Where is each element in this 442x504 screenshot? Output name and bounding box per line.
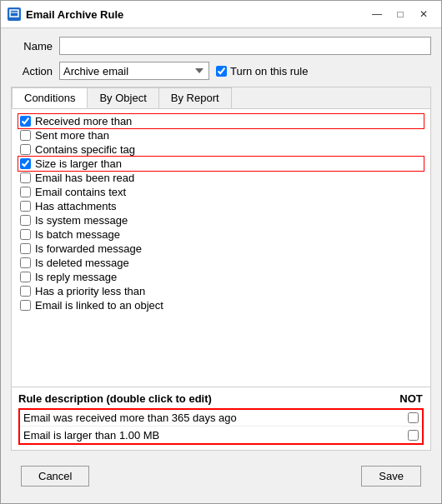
name-input[interactable] [59,37,431,55]
condition-label-email-contains-text: Email contains text [35,186,126,198]
conditions-section: Received more thanSent more thanContains… [12,109,430,387]
rule-row-not-checkbox-0[interactable] [408,412,419,423]
svg-rect-0 [10,10,18,17]
rule-description-area: Rule description (double click to edit) … [12,387,430,450]
tabs-header: Conditions By Object By Report [12,87,430,109]
condition-item-email-linked-to-object: Email is linked to an object [18,298,424,312]
condition-item-received-more-than: Received more than [18,114,424,128]
name-label: Name [11,40,53,52]
condition-item-is-deleted-message: Is deleted message [18,256,424,270]
rule-desc-title: Rule description (double click to edit) [18,392,212,405]
tabs-area: Conditions By Object By Report Received … [11,87,431,451]
condition-item-email-contains-text: Email contains text [18,185,424,199]
condition-checkbox-size-larger-than[interactable] [20,158,31,169]
condition-label-sent-more-than: Sent more than [35,129,109,142]
condition-label-contains-specific-tag: Contains specific tag [35,143,135,156]
condition-checkbox-email-contains-text[interactable] [20,187,31,197]
tab-conditions[interactable]: Conditions [12,87,88,108]
condition-label-is-batch-message: Is batch message [35,228,120,241]
condition-checkbox-has-priority-less-than[interactable] [20,286,31,297]
not-label: NOT [399,392,424,405]
condition-checkbox-contains-specific-tag[interactable] [20,144,31,155]
content-area: Name Action Archive email Turn on this r… [1,28,441,503]
condition-label-received-more-than: Received more than [35,115,132,127]
rule-on-checkbox[interactable] [216,66,227,77]
rule-row-1: Email is larger than 1.00 MB [20,427,422,443]
maximize-button[interactable]: □ [389,6,411,22]
condition-checkbox-email-been-read[interactable] [20,172,31,183]
condition-checkbox-is-forwarded-message[interactable] [20,243,31,254]
cancel-button[interactable]: Cancel [21,466,89,487]
action-row: Action Archive email Turn on this rule [11,62,431,80]
window-icon [8,7,21,21]
condition-checkbox-is-system-message[interactable] [20,215,31,226]
condition-item-has-attachments: Has attachments [18,199,424,213]
condition-checkbox-has-attachments[interactable] [20,201,31,212]
condition-checkbox-received-more-than[interactable] [20,116,31,127]
condition-checkbox-is-batch-message[interactable] [20,229,31,240]
conditions-list: Received more thanSent more thanContains… [18,114,424,312]
rule-row-0: Email was received more than 365 days ag… [20,410,422,427]
condition-checkbox-sent-more-than[interactable] [20,130,31,141]
tab-by-report[interactable]: By Report [158,87,232,108]
condition-checkbox-is-deleted-message[interactable] [20,257,31,268]
rule-on-container: Turn on this rule [216,65,308,77]
window-title: Email Archive Rule [26,8,361,21]
condition-item-is-reply-message: Is reply message [18,270,424,284]
window: Email Archive Rule — □ ✕ Name Action Arc… [0,0,442,504]
action-select[interactable]: Archive email [59,62,209,80]
condition-checkbox-email-linked-to-object[interactable] [20,300,31,311]
rule-rows: Email was received more than 365 days ag… [18,408,424,445]
condition-item-has-priority-less-than: Has a priority less than [18,284,424,298]
condition-item-size-larger-than: Size is larger than [18,157,424,171]
tab-by-object[interactable]: By Object [87,87,158,108]
name-row: Name [11,37,431,55]
condition-label-email-been-read: Email has been read [35,172,134,184]
rule-row-text-0: Email was received more than 365 days ag… [23,412,237,424]
condition-label-is-system-message: Is system message [35,214,128,227]
condition-label-is-forwarded-message: Is forwarded message [35,242,142,255]
condition-label-has-attachments: Has attachments [35,200,117,212]
rule-desc-header: Rule description (double click to edit) … [18,392,424,405]
bottom-buttons: Cancel Save [11,457,431,495]
rule-row-text-1: Email is larger than 1.00 MB [23,429,159,442]
condition-checkbox-is-reply-message[interactable] [20,272,31,282]
condition-label-email-linked-to-object: Email is linked to an object [35,299,163,312]
condition-label-is-reply-message: Is reply message [35,271,117,283]
condition-item-email-been-read: Email has been read [18,171,424,185]
condition-item-contains-specific-tag: Contains specific tag [18,142,424,157]
window-controls: — □ ✕ [366,6,434,22]
rule-row-not-checkbox-1[interactable] [408,430,419,441]
condition-label-is-deleted-message: Is deleted message [35,257,129,269]
action-label: Action [11,65,53,77]
condition-label-has-priority-less-than: Has a priority less than [35,285,145,297]
condition-item-is-forwarded-message: Is forwarded message [18,242,424,256]
title-bar: Email Archive Rule — □ ✕ [1,1,441,28]
minimize-button[interactable]: — [366,6,388,22]
close-button[interactable]: ✕ [413,6,434,22]
rule-on-label[interactable]: Turn on this rule [230,65,308,77]
condition-item-sent-more-than: Sent more than [18,128,424,142]
condition-label-size-larger-than: Size is larger than [35,157,122,170]
save-button[interactable]: Save [361,466,421,487]
condition-item-is-system-message: Is system message [18,213,424,227]
condition-item-is-batch-message: Is batch message [18,227,424,242]
